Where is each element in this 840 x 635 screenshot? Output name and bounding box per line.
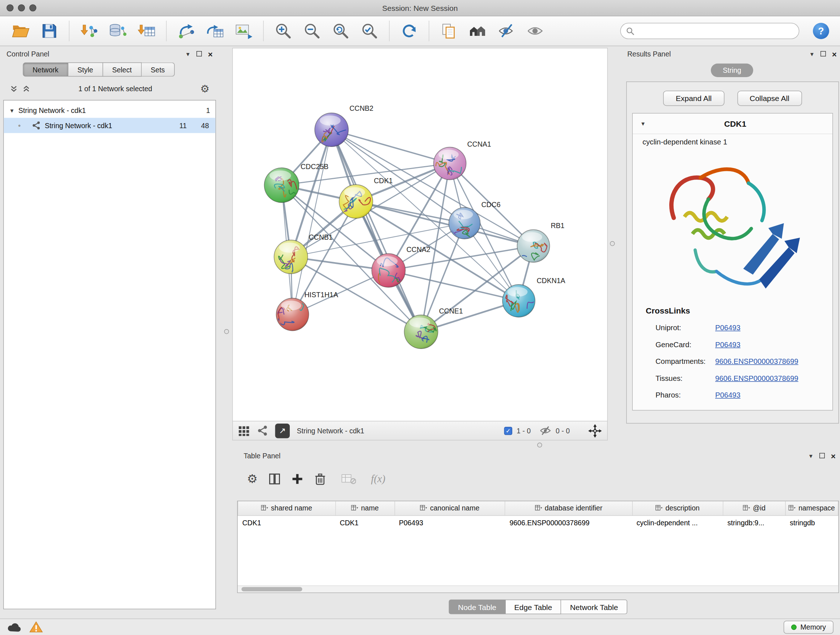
tab-sets[interactable]: Sets [141, 63, 175, 77]
close-window-button[interactable] [6, 4, 14, 11]
network-edge[interactable] [332, 130, 450, 164]
network-graph[interactable]: CCNB2CCNA1CDC25BCDK1CDC6RB1CCNB1CCNA2CDK… [233, 49, 607, 421]
detach-view-button[interactable]: ↗ [275, 423, 290, 438]
column-header-name[interactable]: name [335, 501, 394, 516]
import-network-from-file-button[interactable] [77, 19, 101, 43]
tab-network[interactable]: Network [23, 63, 68, 77]
table-cell[interactable]: stringdb:9... [723, 516, 786, 530]
horizontal-scrollbar[interactable] [238, 585, 838, 593]
table-cell[interactable]: 9606.ENSP00000378699 [505, 516, 632, 530]
expand-all-button[interactable]: Expand All [663, 91, 724, 106]
zoom-out-button[interactable] [300, 19, 324, 43]
collapse-panel-button[interactable]: ▼ [809, 51, 815, 57]
column-header-database-identifier[interactable]: database identifier [505, 501, 632, 516]
zoom-window-button[interactable] [29, 4, 36, 11]
graph-view-icon[interactable] [257, 425, 268, 436]
network-node-CDKN1A[interactable]: CDKN1A [502, 277, 565, 318]
crosslink-value-link[interactable]: P06493 [715, 324, 741, 332]
left-splitter-handle[interactable] [224, 329, 229, 334]
delete-column-trash-icon[interactable] [314, 472, 326, 486]
table-row[interactable]: CDK1CDK1P064939606.ENSP00000378699cyclin… [238, 516, 838, 530]
column-header-namespace[interactable]: namespace [785, 501, 838, 516]
network-collection-row[interactable]: ▼ String Network - cdk1 1 [4, 103, 216, 118]
pan-crosshair-icon[interactable] [588, 424, 602, 438]
memory-button[interactable]: Memory [783, 621, 834, 633]
float-panel-button[interactable] [196, 51, 202, 57]
scrollbar-thumb[interactable] [242, 587, 302, 592]
table-cell[interactable]: CDK1 [238, 516, 335, 530]
network-node-CDK1[interactable]: CDK1 [339, 177, 393, 219]
network-edge[interactable] [332, 130, 422, 332]
string-tab[interactable]: String [711, 64, 753, 78]
help-button[interactable]: ? [813, 23, 829, 39]
zoom-in-button[interactable] [271, 19, 295, 43]
collapse-all-button[interactable]: Collapse All [737, 91, 802, 106]
open-session-button[interactable] [9, 19, 33, 43]
cloud-icon[interactable] [6, 622, 22, 632]
show-columns-icon[interactable] [268, 473, 280, 485]
float-panel-button[interactable] [821, 51, 826, 57]
tab-style[interactable]: Style [68, 63, 103, 77]
new-table-button[interactable] [203, 19, 227, 43]
first-neighbors-button[interactable] [466, 19, 489, 43]
import-table-from-file-button[interactable] [134, 19, 158, 43]
crosslink-value-link[interactable]: P06493 [715, 391, 741, 399]
close-panel-button[interactable]: × [832, 50, 837, 58]
collapse-panel-button[interactable]: ▼ [185, 51, 191, 57]
minimize-window-button[interactable] [18, 4, 25, 11]
export-image-button[interactable] [232, 19, 256, 43]
gear-icon[interactable]: ⚙ [200, 83, 210, 94]
bottom-splitter-handle[interactable] [537, 443, 542, 448]
birds-eye-view-icon[interactable] [238, 425, 250, 436]
column-header-canonical-name[interactable]: canonical name [395, 501, 505, 516]
table-cell[interactable]: cyclin-dependent ... [632, 516, 723, 530]
tab-edge-table[interactable]: Edge Table [505, 600, 561, 614]
network-node-CCNA1[interactable]: CCNA1 [434, 140, 491, 180]
collapse-panel-button[interactable]: ▼ [808, 453, 813, 459]
crosslink-value-link[interactable]: 9606.ENSP00000378699 [715, 357, 798, 366]
tab-node-table[interactable]: Node Table [449, 600, 506, 614]
hide-selected-button[interactable] [494, 19, 518, 43]
network-node-HIST1H1A[interactable]: HIST1H1A [272, 291, 338, 331]
add-column-plus-icon[interactable] [291, 473, 303, 485]
tab-network-table[interactable]: Network Table [561, 600, 627, 614]
show-all-button[interactable] [523, 19, 547, 43]
column-header--id[interactable]: @id [723, 501, 786, 516]
network-node-CCNB1[interactable]: CCNB1 [274, 233, 333, 278]
tree-expander-icon[interactable]: ▼ [9, 107, 15, 113]
zoom-fit-button[interactable] [329, 19, 353, 43]
crosslink-value-link[interactable]: P06493 [715, 340, 741, 349]
selected-checkbox-icon[interactable]: ✓ [504, 426, 512, 435]
table-cell[interactable]: P06493 [395, 516, 505, 530]
warning-icon[interactable] [29, 621, 43, 633]
expand-all-icon[interactable] [22, 85, 31, 92]
collapse-all-icon[interactable] [10, 85, 18, 92]
network-edge[interactable] [293, 130, 332, 315]
table-cell[interactable]: stringdb [785, 516, 838, 530]
table-settings-gear-icon[interactable]: ⚙ [247, 473, 258, 485]
column-header-description[interactable]: description [632, 501, 723, 516]
column-header-shared-name[interactable]: shared name [238, 501, 335, 516]
search-input[interactable] [638, 27, 793, 35]
tab-select[interactable]: Select [103, 63, 141, 77]
function-builder-icon[interactable]: f(x) [371, 473, 386, 485]
refresh-button[interactable] [397, 19, 421, 43]
network-edge[interactable] [388, 271, 519, 301]
gene-card-expander-icon[interactable]: ▼ [640, 120, 646, 127]
close-panel-button[interactable]: × [208, 50, 213, 58]
network-row[interactable]: ● String Network - cdk1 11 48 [4, 118, 216, 133]
network-view[interactable]: CCNB2CCNA1CDC25BCDK1CDC6RB1CCNB1CCNA2CDK… [232, 48, 608, 421]
network-node-CCNB2[interactable]: CCNB2 [315, 104, 373, 147]
network-node-RB1[interactable]: RB1 [516, 222, 565, 263]
import-network-from-database-button[interactable] [106, 19, 130, 43]
network-node-CDC6[interactable]: CDC6 [448, 201, 501, 239]
copy-button[interactable] [437, 19, 461, 43]
crosslink-value-link[interactable]: 9606.ENSP00000378699 [715, 374, 798, 383]
zoom-selected-button[interactable] [358, 19, 382, 43]
float-panel-button[interactable] [819, 453, 825, 458]
right-splitter-handle[interactable] [610, 241, 615, 246]
search-field[interactable] [621, 23, 799, 39]
table-cell[interactable]: CDK1 [335, 516, 394, 530]
new-network-button[interactable] [174, 19, 198, 43]
save-session-button[interactable] [38, 19, 62, 43]
